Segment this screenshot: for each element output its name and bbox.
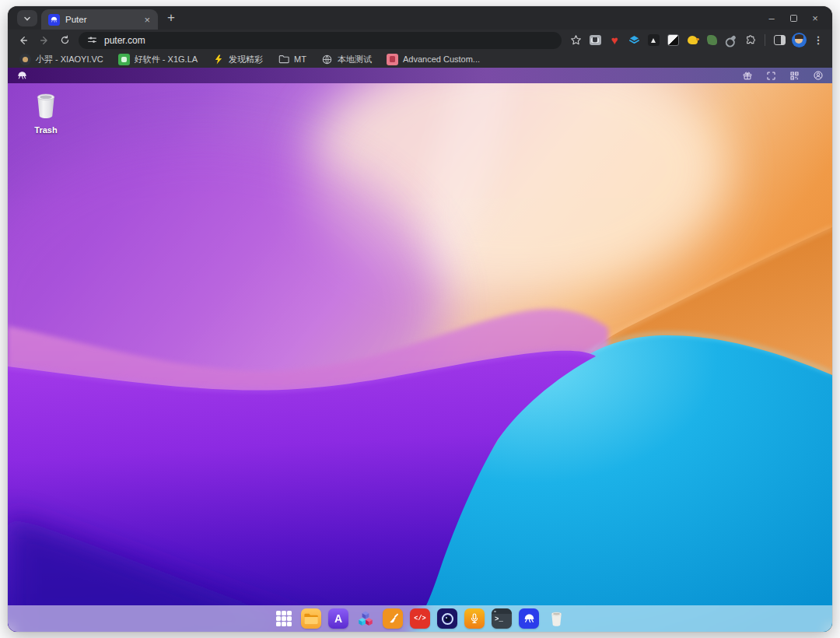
tab-puter[interactable]: Puter × xyxy=(41,9,158,30)
minimize-button[interactable]: – xyxy=(761,6,782,30)
cubes-icon xyxy=(356,609,375,628)
reload-button[interactable] xyxy=(55,31,75,50)
desktop-wallpaper xyxy=(8,68,832,632)
camera-lens-icon xyxy=(442,613,453,625)
tab-strip: Puter × + – × xyxy=(8,6,832,30)
forward-arrow-icon xyxy=(39,35,50,46)
extensions-menu-button[interactable] xyxy=(742,32,759,49)
screen-extension-icon xyxy=(590,35,601,45)
side-panel-button[interactable] xyxy=(771,32,788,49)
dock-editor-button[interactable]: A xyxy=(328,608,348,629)
account-icon[interactable] xyxy=(813,70,824,81)
dock-launcher-button[interactable] xyxy=(274,608,294,629)
browser-toolbar: puter.com ♥ ⋮ xyxy=(8,30,832,51)
site-info-icon[interactable] xyxy=(87,35,97,45)
duck-icon xyxy=(688,36,698,44)
wrench-icon xyxy=(726,35,737,45)
xiaoyi-favicon xyxy=(19,54,31,65)
terminal-prompt-glyph: >_ xyxy=(492,614,503,623)
plant-icon xyxy=(707,35,717,45)
gift-icon[interactable] xyxy=(742,70,753,81)
side-panel-icon xyxy=(774,35,786,45)
puter-logo-icon xyxy=(523,612,536,626)
extension-duck[interactable] xyxy=(684,32,701,49)
bookmark-label: Advanced Custom... xyxy=(403,54,480,64)
dock-puter-button[interactable] xyxy=(519,608,539,629)
bookmark-star-button[interactable] xyxy=(567,32,584,49)
fullscreen-icon[interactable] xyxy=(766,71,776,81)
puzzle-piece-icon xyxy=(745,34,757,46)
desktop-icon-label: Trash xyxy=(24,125,68,135)
maximize-icon xyxy=(790,15,797,22)
bookmark-label: 好软件 - X1G.LA xyxy=(135,54,198,65)
extension-contrast[interactable] xyxy=(664,32,681,49)
tab-search-button[interactable] xyxy=(17,10,37,26)
code-glyph: </> xyxy=(414,615,425,622)
profile-avatar xyxy=(792,33,807,47)
dock-camera-button[interactable] xyxy=(437,608,457,629)
extension-tools[interactable] xyxy=(723,32,740,49)
maximize-button[interactable] xyxy=(782,6,804,30)
bookmark-label: MT xyxy=(294,54,306,64)
bookmark-label: 本地测试 xyxy=(338,54,372,65)
kebab-menu-icon: ⋮ xyxy=(814,34,824,46)
qr-code-icon[interactable] xyxy=(789,71,800,81)
dark-triangle-icon xyxy=(648,34,660,46)
x1g-favicon xyxy=(118,54,130,65)
puter-favicon-icon xyxy=(48,14,60,26)
puter-menubar xyxy=(8,68,832,83)
bookmark-discover[interactable]: 发现精彩 xyxy=(212,54,263,65)
folder-icon xyxy=(303,612,319,626)
profile-button[interactable] xyxy=(790,32,807,49)
bookmark-label: 小羿 - XIAOYI.VC xyxy=(36,54,103,65)
desktop-icon-trash[interactable]: Trash xyxy=(24,90,68,135)
close-window-button[interactable]: × xyxy=(804,6,826,30)
address-bar[interactable]: puter.com xyxy=(79,32,562,49)
bookmark-advanced-custom[interactable]: Advanced Custom... xyxy=(387,54,480,65)
dock-recorder-button[interactable] xyxy=(464,608,485,629)
puter-logo-icon[interactable] xyxy=(16,70,28,82)
contrast-icon xyxy=(667,34,679,46)
lightning-favicon xyxy=(212,54,224,65)
dock-trash-button[interactable] xyxy=(546,608,566,629)
extension-screen-recorder[interactable] xyxy=(586,32,604,49)
back-arrow-icon xyxy=(18,35,29,46)
extension-dark-app[interactable] xyxy=(645,32,662,49)
extension-heart[interactable]: ♥ xyxy=(606,32,623,49)
url-text: puter.com xyxy=(104,35,145,46)
dock-paint-button[interactable] xyxy=(383,608,403,629)
app-grid-icon xyxy=(275,610,292,627)
dock-app-center-button[interactable] xyxy=(355,608,376,629)
puter-taskbar: A </> >_ xyxy=(8,605,832,632)
dock-terminal-button[interactable]: >_ xyxy=(492,608,512,629)
trash-can-icon xyxy=(32,90,60,120)
back-button[interactable] xyxy=(13,31,33,50)
dock-code-button[interactable]: </> xyxy=(410,608,430,629)
menubar-actions xyxy=(742,70,824,81)
broken-heart-icon: ♥ xyxy=(611,34,618,46)
bookmark-local-test[interactable]: 本地测试 xyxy=(321,54,372,65)
star-icon xyxy=(570,34,582,46)
toolbar-actions: ♥ ⋮ xyxy=(567,32,827,49)
extension-plant[interactable] xyxy=(703,32,720,49)
tab-title: Puter xyxy=(65,15,136,24)
toolbar-separator xyxy=(765,34,765,46)
layers-icon xyxy=(628,34,640,46)
puter-desktop[interactable]: Trash A </> xyxy=(8,68,832,632)
tab-close-button[interactable]: × xyxy=(142,14,152,26)
window-controls: – × xyxy=(761,6,828,30)
extension-layers[interactable] xyxy=(625,32,642,49)
advanced-custom-favicon xyxy=(387,54,398,65)
bookmark-xiaoyi[interactable]: 小羿 - XIAOYI.VC xyxy=(19,54,103,65)
bookmark-label: 发现精彩 xyxy=(229,54,263,65)
bookmark-folder-mt[interactable]: MT xyxy=(278,54,306,65)
folder-icon xyxy=(278,54,289,65)
reload-icon xyxy=(60,35,70,45)
dock-files-button[interactable] xyxy=(301,608,321,629)
trash-can-icon xyxy=(548,610,565,627)
new-tab-button[interactable]: + xyxy=(162,9,180,27)
chevron-down-icon xyxy=(23,15,31,23)
browser-menu-button[interactable]: ⋮ xyxy=(810,32,827,49)
bookmark-x1g[interactable]: 好软件 - X1G.LA xyxy=(118,54,198,65)
forward-button[interactable] xyxy=(34,31,54,50)
